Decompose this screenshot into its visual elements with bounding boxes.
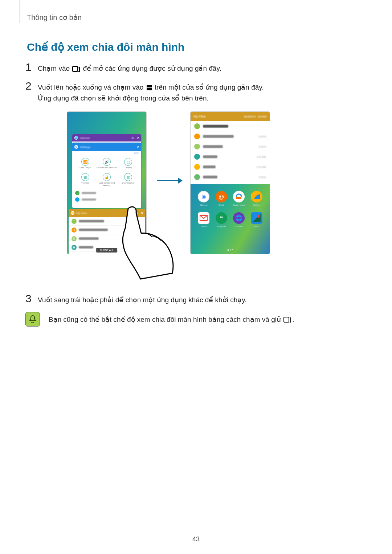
row-label: [203, 155, 217, 158]
storage-icon: [194, 123, 200, 129]
list-item: 0.00 B: [191, 172, 270, 182]
data-usage-icon: 📶: [81, 158, 89, 166]
card-title: Internet: [80, 136, 90, 140]
setting-item: ▢Display: [118, 158, 139, 171]
illustration-figure: 🌐 Internet ▭ ✕ ⚙ Settings ✕ EDIT 📶Data u…: [67, 112, 278, 282]
setting-item: ▦Themes: [74, 173, 96, 186]
tip-callout: Bạn cũng có thể bật chế độ xem chia đôi …: [25, 312, 294, 327]
folder-icon: 📁: [71, 211, 74, 215]
recent-card-myfiles: 📁 My Files ▭ ✕ ▢ ⬇ ▤ ▣: [69, 209, 145, 254]
list-item: 0.00 B: [191, 131, 270, 141]
card-header: 📁 My Files ▭ ✕: [69, 209, 145, 217]
section-title: Chế độ xem chia đôi màn hình: [27, 41, 184, 53]
globe-icon: 🌐: [74, 136, 78, 140]
list-item: [75, 190, 138, 196]
manual-icon: ▥: [124, 173, 132, 181]
recent-card-settings: ⚙ Settings ✕ EDIT 📶Data usage 🔊Sounds an…: [72, 143, 141, 208]
list-item: 5.20 MB: [191, 162, 270, 172]
svg-rect-0: [73, 66, 78, 71]
app-title: My Files: [193, 115, 206, 118]
sound-icon: 🔊: [103, 158, 111, 166]
wifi-icon: [75, 191, 79, 195]
card-title: My Files: [76, 212, 87, 215]
chrome-icon: ◉: [198, 191, 209, 202]
close-icon: ✕: [137, 136, 140, 140]
app-hangouts: ❝Hangouts: [216, 212, 227, 228]
list-item: ⬇: [69, 226, 145, 234]
lock-icon: 🔒: [103, 173, 111, 181]
gear-icon: ⚙: [74, 145, 78, 149]
tip-text: Bạn cũng có thể bật chế độ xem chia đôi …: [49, 315, 294, 324]
step-2: 2 Vuốt lên hoặc xuống và chạm vào trên m…: [25, 81, 264, 104]
step-number: 1: [25, 62, 38, 73]
close-icon: ✕: [137, 145, 140, 149]
split-screen-icon: [146, 85, 152, 91]
step-text: Chạm vào để mở các ứng dụng được sử dụng…: [38, 62, 221, 74]
step-3: 3 Vuốt sang trái hoặc phải để chọn một ứ…: [25, 293, 247, 305]
step-number: 3: [25, 293, 38, 304]
split-top-pane: My Files SEARCH MORE 0.00 B 0.00 B 3.33 …: [191, 112, 270, 184]
svg-point-4: [257, 215, 260, 218]
themes-icon: ▦: [81, 173, 89, 181]
step1-post: để mở các ứng dụng được sử dụng gần đây.: [83, 65, 221, 72]
files-list: ▢ ⬇ ▤ ▣: [69, 217, 145, 252]
gmail-icon: [198, 212, 209, 224]
app-maps: Maps: [251, 212, 262, 228]
row-label: [203, 176, 217, 178]
app-email: @Email: [216, 191, 227, 206]
videos-icon: [194, 174, 200, 180]
svg-rect-1: [147, 85, 152, 87]
storage-icon: ▢: [72, 219, 77, 224]
recents-icon: [72, 66, 80, 72]
documents-icon: [194, 144, 200, 149]
list-item: [191, 121, 270, 131]
setting-item: ▥User manual: [118, 173, 139, 186]
split-icon: ▭: [135, 211, 138, 215]
images-icon: ▣: [72, 245, 77, 250]
app-internet: 🌐Internet: [233, 212, 245, 228]
arrow-line: [157, 180, 178, 181]
row-size: 0.00 B: [259, 145, 266, 148]
list-item: 0.00 B: [191, 141, 270, 152]
step2-line2: Ứng dụng đã chọn sẽ khởi động trong cửa …: [38, 94, 209, 102]
step-1: 1 Chạm vào để mở các ứng dụng được sử dụ…: [25, 62, 221, 74]
step1-pre: Chạm vào: [38, 65, 72, 72]
setting-item: 📶Data usage: [74, 158, 96, 171]
row-size: 5.20 MB: [257, 166, 266, 168]
recents-icon: [283, 317, 291, 323]
card-header: ⚙ Settings ✕: [72, 143, 141, 151]
app-grid: ◉Chrome @Email Galaxy Apps Gallery Gmail…: [191, 184, 270, 229]
row-size: 0.00 B: [259, 135, 266, 138]
row-size: 0.00 B: [259, 176, 266, 178]
tip-post: .: [292, 316, 294, 323]
setting-item: 🔒Lock screen and security: [96, 173, 117, 186]
svg-rect-2: [147, 88, 152, 90]
step-text: Vuốt lên hoặc xuống và chạm vào trên một…: [38, 81, 264, 104]
phone-split-view: My Files SEARCH MORE 0.00 B 0.00 B 3.33 …: [191, 112, 270, 254]
list-item: 3.33 MB: [191, 152, 270, 162]
list-item: [75, 196, 138, 203]
display-icon: ▢: [124, 158, 132, 166]
tip-pre: Bạn cũng có thể bật chế độ xem chia đôi …: [49, 316, 283, 323]
close-all-button: CLOSE ALL: [96, 248, 117, 253]
step-text: Vuốt sang trái hoặc phải để chọn một ứng…: [38, 293, 247, 305]
search-action: SEARCH: [244, 115, 256, 118]
split-icon: ▭: [131, 136, 135, 140]
audio-icon: [194, 164, 200, 170]
quick-settings-grid: 📶Data usage 🔊Sounds and vibration ▢Displ…: [72, 155, 141, 188]
step2-pre: Vuốt lên hoặc xuống và chạm vào: [38, 83, 146, 91]
row-label: [203, 145, 223, 148]
settings-list: [72, 188, 141, 204]
row-label: [203, 135, 234, 138]
app-galaxy-apps: Galaxy Apps: [233, 191, 245, 206]
svg-rect-5: [284, 317, 289, 322]
page-indicator: ● • •: [191, 248, 270, 252]
gallery-icon: [251, 191, 262, 202]
tip-bell-icon: [25, 312, 40, 327]
app-gmail: Gmail: [198, 212, 209, 228]
arrow-head-icon: [178, 178, 183, 184]
running-header: Thông tin cơ bản: [27, 13, 82, 22]
card-title: Settings: [80, 145, 90, 149]
app-chrome: ◉Chrome: [198, 191, 209, 206]
row-label: [79, 246, 93, 249]
